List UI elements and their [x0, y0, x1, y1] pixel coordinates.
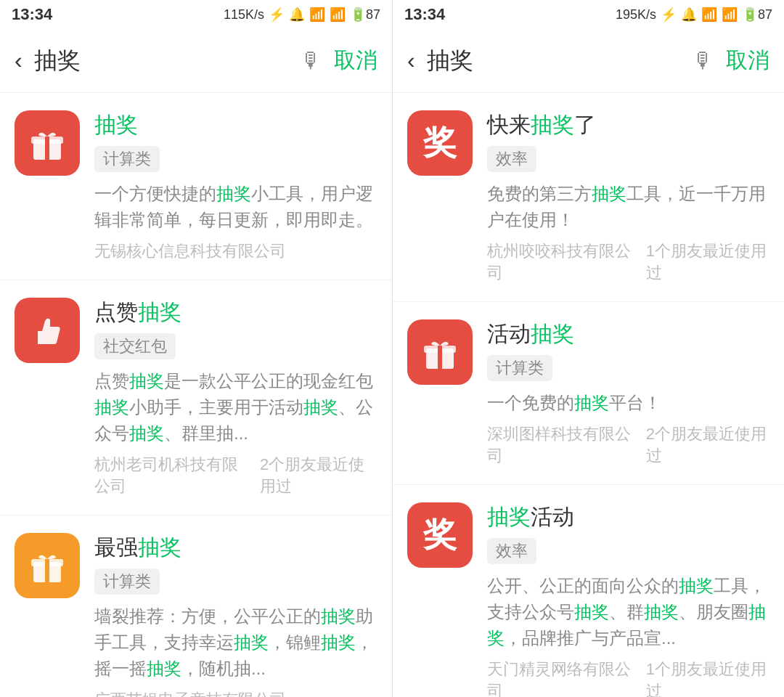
right-app-info-2: 活动抽奖 计算类 一个免费的抽奖平台！ 深圳图样科技有限公司 2个朋友最近使用过 — [487, 319, 769, 467]
left-status-bar: 13:34 115K/s ⚡ 🔔 📶 📶 🔋87 — [0, 0, 392, 29]
left-status-icons: 115K/s ⚡ 🔔 📶 📶 🔋87 — [224, 7, 380, 23]
right-app-info-3: 抽奖活动 效率 公开、公正的面向公众的抽奖工具，支持公众号抽奖、群抽奖、朋友圈抽… — [487, 502, 769, 697]
left-app-item-3[interactable]: 最强抽奖 计算类 墙裂推荐：方便，公平公正的抽奖助手工具，支持幸运抽奖，锦鲤抽奖… — [0, 515, 392, 697]
right-app-item-1[interactable]: 奖 快来抽奖了 效率 免费的第三方抽奖工具，近一千万用户在使用！ 杭州咬咬科技有… — [393, 93, 784, 302]
left-app-name-2: 点赞抽奖 — [94, 298, 377, 326]
left-search-header: ‹ 抽奖 🎙 取消 — [0, 29, 392, 93]
left-app-desc-3: 墙裂推荐：方便，公平公正的抽奖助手工具，支持幸运抽奖，锦鲤抽奖，摇一摇抽奖，随机… — [94, 603, 377, 682]
left-app-info-1: 抽奖 计算类 一个方便快捷的抽奖小工具，用户逻辑非常简单，每日更新，即用即走。 … — [94, 110, 377, 262]
svg-rect-14 — [438, 346, 442, 369]
right-time: 13:34 — [404, 5, 445, 24]
left-app-meta-2: 杭州老司机科技有限公司 2个朋友最近使用过 — [94, 454, 377, 497]
left-app-desc-2: 点赞抽奖是一款公平公正的现金红包抽奖小助手，主要用于活动抽奖、公众号抽奖、群里抽… — [94, 368, 377, 447]
right-app-meta-1: 杭州咬咬科技有限公司 1个朋友最近使用过 — [487, 240, 769, 284]
right-panel: ‹ 抽奖 🎙 取消 奖 快来抽奖了 效率 免费的第三方抽奖工具，近一千万用户在使… — [392, 29, 784, 697]
left-app-tag-1: 计算类 — [94, 146, 377, 181]
left-search-query: 抽奖 — [34, 45, 289, 77]
left-cancel-button[interactable]: 取消 — [334, 46, 377, 76]
left-app-item-1[interactable]: 抽奖 计算类 一个方便快捷的抽奖小工具，用户逻辑非常简单，每日更新，即用即走。 … — [0, 93, 392, 280]
left-app-icon-1 — [15, 110, 80, 176]
right-status-icons: 195K/s ⚡ 🔔 📶 📶 🔋87 — [616, 7, 772, 23]
left-app-meta-3: 广西艾娱电子竞技有限公司 — [94, 689, 377, 697]
right-app-icon-2 — [407, 319, 473, 385]
right-search-query: 抽奖 — [427, 45, 681, 77]
right-mic-button[interactable]: 🎙 — [693, 49, 714, 73]
svg-rect-2 — [45, 136, 49, 160]
left-app-name-3: 最强抽奖 — [94, 533, 377, 561]
right-app-tag-2: 计算类 — [487, 355, 769, 390]
svg-rect-5 — [45, 559, 49, 582]
left-panel: ‹ 抽奖 🎙 取消 抽奖 — [0, 29, 392, 697]
left-app-tag-3: 计算类 — [94, 568, 377, 603]
right-app-desc-2: 一个免费的抽奖平台！ — [487, 390, 769, 416]
right-app-name-1: 快来抽奖了 — [487, 110, 769, 139]
right-app-meta-3: 天门精灵网络有限公司 1个朋友最近使用过 — [487, 659, 769, 697]
left-back-button[interactable]: ‹ — [15, 47, 23, 74]
left-app-name-1: 抽奖 — [94, 110, 377, 139]
right-app-meta-2: 深圳图样科技有限公司 2个朋友最近使用过 — [487, 423, 769, 467]
right-status-bar: 13:34 195K/s ⚡ 🔔 📶 📶 🔋87 — [392, 0, 784, 29]
left-app-icon-2 — [15, 298, 80, 363]
left-app-tag-2: 社交红包 — [94, 333, 377, 368]
status-bars: 13:34 115K/s ⚡ 🔔 📶 📶 🔋87 13:34 195K/s ⚡ … — [0, 0, 784, 29]
left-app-item-2[interactable]: 点赞抽奖 社交红包 点赞抽奖是一款公平公正的现金红包抽奖小助手，主要用于活动抽奖… — [0, 280, 392, 515]
left-app-info-2: 点赞抽奖 社交红包 点赞抽奖是一款公平公正的现金红包抽奖小助手，主要用于活动抽奖… — [94, 298, 377, 497]
right-app-list: 奖 快来抽奖了 效率 免费的第三方抽奖工具，近一千万用户在使用！ 杭州咬咬科技有… — [393, 93, 784, 697]
left-app-info-3: 最强抽奖 计算类 墙裂推荐：方便，公平公正的抽奖助手工具，支持幸运抽奖，锦鲤抽奖… — [94, 533, 377, 697]
right-app-item-2[interactable]: 活动抽奖 计算类 一个免费的抽奖平台！ 深圳图样科技有限公司 2个朋友最近使用过 — [393, 302, 784, 485]
left-app-desc-1: 一个方便快捷的抽奖小工具，用户逻辑非常简单，每日更新，即用即走。 — [94, 181, 377, 233]
right-cancel-button[interactable]: 取消 — [726, 46, 769, 76]
right-app-desc-1: 免费的第三方抽奖工具，近一千万用户在使用！ — [487, 181, 769, 233]
right-app-tag-3: 效率 — [487, 538, 769, 573]
left-time: 13:34 — [12, 5, 52, 24]
left-app-icon-3 — [15, 533, 80, 598]
right-app-name-3: 抽奖活动 — [487, 502, 769, 531]
right-app-info-1: 快来抽奖了 效率 免费的第三方抽奖工具，近一千万用户在使用！ 杭州咬咬科技有限公… — [487, 110, 769, 284]
right-app-name-2: 活动抽奖 — [487, 319, 769, 348]
right-back-button[interactable]: ‹ — [407, 47, 415, 74]
right-app-icon-3: 奖 — [407, 502, 473, 568]
right-app-tag-1: 效率 — [487, 146, 769, 181]
left-app-list: 抽奖 计算类 一个方便快捷的抽奖小工具，用户逻辑非常简单，每日更新，即用即走。 … — [0, 93, 392, 697]
right-search-header: ‹ 抽奖 🎙 取消 — [393, 29, 784, 93]
right-app-item-3[interactable]: 奖 抽奖活动 效率 公开、公正的面向公众的抽奖工具，支持公众号抽奖、群抽奖、朋友… — [393, 485, 784, 697]
left-mic-button[interactable]: 🎙 — [301, 49, 322, 73]
left-app-meta-1: 无锡核心信息科技有限公司 — [94, 240, 377, 262]
right-app-icon-1: 奖 — [407, 110, 473, 176]
main-panels: ‹ 抽奖 🎙 取消 抽奖 — [0, 29, 784, 697]
right-app-desc-3: 公开、公正的面向公众的抽奖工具，支持公众号抽奖、群抽奖、朋友圈抽奖，品牌推广与产… — [487, 573, 769, 651]
